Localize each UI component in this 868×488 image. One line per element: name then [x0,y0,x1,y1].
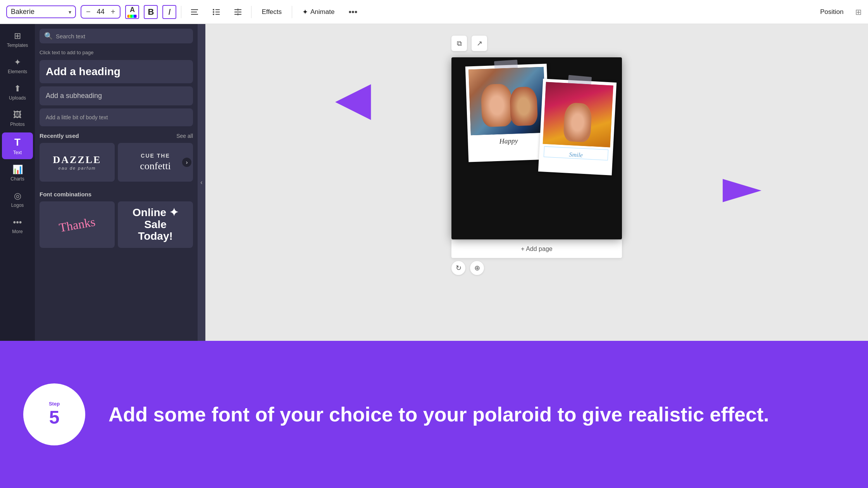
recently-used-grid: DAZZLE eau de parfum CUE THE confetti › [40,143,193,182]
svg-point-7 [213,14,214,15]
sidebar-item-elements[interactable]: ✦ Elements [2,53,33,78]
canvas-top-icons: ⧉ ↗ [451,36,622,51]
recent-card-dazzle[interactable]: DAZZLE eau de parfum [40,143,115,182]
recent-card-confetti[interactable]: CUE THE confetti › [118,143,193,182]
sidebar-item-charts[interactable]: 📊 Charts [2,161,33,186]
top-toolbar: Bakerie ▾ − 44 + A B I Effects ✦ Animate… [0,0,868,24]
align-button[interactable] [186,3,203,21]
recently-used-title: Recently used [40,132,79,139]
left-panel: 🔍 Search text Click text to add to page … [35,24,198,341]
toolbar-divider-3 [292,6,292,18]
toolbar-right: Position ⊞ [815,6,862,18]
font-size-control: − 44 + [81,5,121,19]
polaroid-2-label: Smile [544,146,608,161]
sale-star-icon: ✦ [169,206,178,218]
sidebar-item-text[interactable]: T Text [2,132,33,159]
polaroid-1[interactable]: Happy [465,64,550,162]
step-circle: Step 5 [23,383,85,445]
logos-icon: ◎ [14,191,21,201]
confetti-label: CUE THE [141,153,170,159]
bottom-section: Step 5 Add some font of your choice to y… [0,341,868,488]
next-button[interactable]: › [182,158,191,167]
sale-text-block: Online ✦ Sale Today! [133,207,178,242]
panel-collapse-button[interactable]: ‹ [198,24,205,341]
list-button[interactable] [208,3,225,21]
font-name-label: Bakerie [11,8,65,16]
search-icon: 🔍 [44,32,53,40]
add-subheading-option[interactable]: Add a subheading [40,86,193,105]
click-text-label: Click text to add to page [40,50,193,55]
more-options-button[interactable]: ••• [344,5,361,19]
photos-icon: 🖼 [13,110,22,120]
dazzle-sub-text: eau de parfum [59,166,96,170]
sale-line1: Online ✦ [133,207,178,219]
more-icon: ••• [13,217,22,227]
spacing-button[interactable] [229,3,246,21]
effects-button[interactable]: Effects [256,6,287,18]
canvas-bottom-controls: ↻ ⊕ [451,261,622,275]
elements-icon: ✦ [14,57,21,67]
sidebar-item-more[interactable]: ••• More [2,213,33,238]
combo-card-thanks[interactable]: Thanks [40,201,115,248]
grid-icon[interactable]: ⊞ [855,7,862,17]
main-layout: ⊞ Templates ✦ Elements ⬆ Uploads 🖼 Photo… [0,24,868,341]
share-button[interactable]: ↗ [472,36,487,51]
thanks-text: Thanks [58,215,96,235]
polaroid-canvas: Happy Smile [451,57,622,239]
sidebar-item-photos[interactable]: 🖼 Photos [2,106,33,131]
italic-button[interactable]: I [162,5,176,19]
bold-button[interactable]: B [144,5,158,19]
templates-icon: ⊞ [14,31,21,41]
charts-icon: 📊 [12,165,23,175]
add-body-option[interactable]: Add a little bit of body text [40,108,193,126]
see-all-link[interactable]: See all [176,133,193,139]
left-nav: ⊞ Templates ✦ Elements ⬆ Uploads 🖼 Photo… [0,24,35,341]
sale-line2: Sale [133,219,178,231]
sidebar-item-uploads[interactable]: ⬆ Uploads [2,80,33,105]
sale-line3: Today! [133,230,178,242]
arrow-right [599,175,761,206]
expand-button[interactable]: ⊕ [470,261,484,275]
add-page-button[interactable]: + Add page [451,240,622,258]
toolbar-divider-1 [181,6,181,18]
search-bar[interactable]: 🔍 Search text [40,29,193,43]
polaroid-2[interactable]: Smile [538,79,617,175]
confetti-cursive-text: confetti [140,160,170,172]
canvas-area: ⧉ ↗ Happy [205,24,868,341]
text-color-button[interactable]: A [125,5,139,19]
color-swatch [127,15,137,18]
animate-button[interactable]: ✦ Animate [297,5,340,19]
instruction-text: Add some font of your choice to your pol… [108,402,769,426]
position-button[interactable]: Position [815,6,849,18]
font-combo-grid: Thanks Online ✦ Sale Today! [40,201,193,248]
rotate-button[interactable]: ↻ [451,261,465,275]
font-size-value[interactable]: 44 [95,8,106,16]
polaroid-2-image [543,82,613,148]
text-icon: T [14,136,21,148]
uploads-icon: ⬆ [14,84,21,94]
wave-decoration [0,341,868,371]
combo-card-sale[interactable]: Online ✦ Sale Today! [118,201,193,248]
font-size-decrease[interactable]: − [84,7,92,16]
heading-text: Add a heading [46,65,121,77]
body-text: Add a little bit of body text [46,114,108,120]
animate-icon: ✦ [302,8,308,16]
add-heading-option[interactable]: Add a heading [40,60,193,83]
font-combo-title: Font combinations [40,191,91,198]
svg-point-3 [213,9,214,10]
subheading-text: Add a subheading [46,92,102,100]
toolbar-divider-2 [251,6,251,18]
font-size-increase[interactable]: + [109,7,117,16]
sidebar-item-logos[interactable]: ◎ Logos [2,187,33,212]
font-dropdown-chevron: ▾ [69,9,71,15]
copy-button[interactable]: ⧉ [451,36,467,51]
font-combo-header: Font combinations [40,191,193,198]
polaroid-1-image [468,67,546,136]
svg-point-5 [213,11,214,13]
font-selector[interactable]: Bakerie ▾ [6,5,76,18]
canvas-wrapper: ⧉ ↗ Happy [451,36,622,275]
search-input[interactable]: Search text [56,33,188,40]
recently-used-header: Recently used See all [40,132,193,139]
sidebar-item-templates[interactable]: ⊞ Templates [2,27,33,52]
dazzle-main-text: DAZZLE [53,154,102,166]
